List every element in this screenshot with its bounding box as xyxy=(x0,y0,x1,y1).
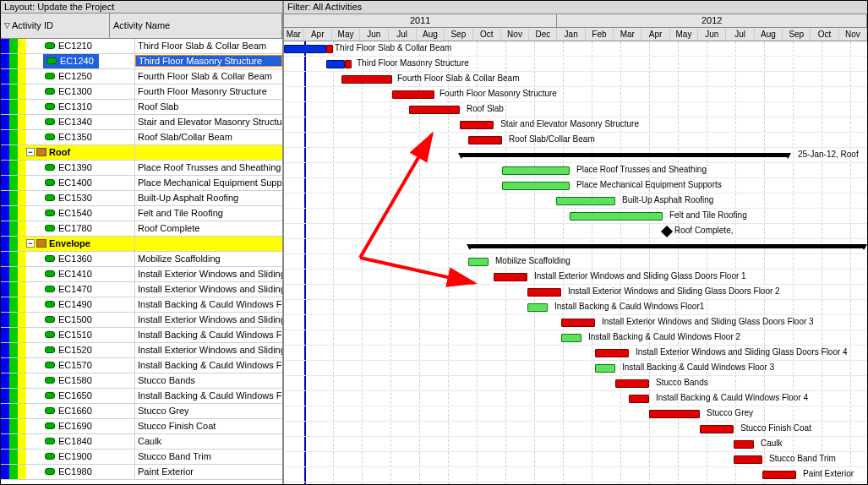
summary-bar[interactable] xyxy=(460,153,789,157)
gantt-row[interactable]: Third Floor Slab & Collar Beam xyxy=(284,41,867,57)
gantt-bar[interactable] xyxy=(284,45,326,53)
gantt-bar[interactable] xyxy=(561,319,595,327)
column-activity-name[interactable]: Activity Name xyxy=(110,14,282,38)
month-cell[interactable]: Feb xyxy=(586,28,614,41)
table-row[interactable]: EC1250Fourth Floor Slab & Collar Beam xyxy=(1,69,282,84)
gantt-row[interactable]: Stucco Bands xyxy=(284,376,867,391)
gantt-bar[interactable] xyxy=(460,121,494,129)
month-cell[interactable]: Jul xyxy=(726,28,754,41)
table-row[interactable]: EC1660Stucco Grey xyxy=(1,404,282,419)
month-cell[interactable]: Mar xyxy=(614,28,641,41)
gantt-body[interactable]: Third Floor Slab & Collar BeamThird Floo… xyxy=(284,41,867,484)
gantt-bar[interactable] xyxy=(341,75,392,84)
gantt-bar[interactable] xyxy=(570,212,663,221)
gantt-bar[interactable] xyxy=(734,440,754,449)
gantt-row[interactable]: Stucco Band Trim xyxy=(284,452,867,467)
gantt-row[interactable]: Roof Complete, xyxy=(284,224,867,239)
table-row[interactable]: EC1650Install Backing & Cauld Windows Fl… xyxy=(1,389,282,404)
table-row[interactable]: EC1340Stair and Elevator Masonry Structu… xyxy=(1,115,282,130)
gantt-row[interactable]: Paint Exterior xyxy=(284,467,867,482)
table-row[interactable]: EC1510Install Backing & Cauld Windows Fl… xyxy=(1,328,282,343)
gantt-row[interactable]: Stucco Grey xyxy=(284,406,867,422)
table-row[interactable]: EC1360Mobilize Scaffolding xyxy=(1,252,282,267)
gantt-bar[interactable] xyxy=(345,60,352,68)
month-cell[interactable]: Aug xyxy=(755,28,783,41)
group-row[interactable]: −Envelope xyxy=(1,237,282,252)
gantt-bar[interactable] xyxy=(502,166,570,175)
table-row[interactable]: EC1520Install Exterior Windows and Slidi… xyxy=(1,343,282,358)
gantt-row[interactable]: Built-Up Asphalt Roofing xyxy=(284,193,867,209)
table-row[interactable]: EC1580Stucco Bands xyxy=(1,373,282,389)
gantt-row[interactable]: 03 xyxy=(284,239,867,254)
month-cell[interactable]: Nov xyxy=(501,28,529,41)
table-row[interactable]: EC1690Stucco Finish Coat xyxy=(1,419,282,434)
gantt-bar[interactable] xyxy=(649,410,700,418)
gantt-bar[interactable] xyxy=(561,334,581,342)
table-row[interactable]: EC1540Felt and Tile Roofing xyxy=(1,206,282,221)
month-cell[interactable]: Oct xyxy=(811,28,838,41)
summary-bar[interactable] xyxy=(468,244,865,248)
gantt-bar[interactable] xyxy=(556,197,615,205)
table-row[interactable]: EC1840Caulk xyxy=(1,434,282,450)
table-row[interactable]: EC1570Install Backing & Cauld Windows Fl… xyxy=(1,358,282,373)
gantt-row[interactable]: Roof Slab xyxy=(284,102,867,117)
gantt-row[interactable]: Stair and Elevator Masonry Structure xyxy=(284,117,867,133)
month-cell[interactable]: Mar xyxy=(284,28,304,41)
gantt-bar[interactable] xyxy=(409,106,460,114)
table-row[interactable]: EC1500Install Exterior Windows and Slidi… xyxy=(1,313,282,328)
gantt-bar[interactable] xyxy=(326,45,333,53)
month-cell[interactable]: May xyxy=(332,28,360,41)
table-row[interactable]: EC1350Roof Slab/Collar Beam xyxy=(1,130,282,145)
gantt-bar[interactable] xyxy=(700,425,734,433)
month-cell[interactable]: Jan xyxy=(557,28,585,41)
table-row[interactable]: EC1400Place Mechanical Equipment Support xyxy=(1,176,282,191)
gantt-row[interactable]: Place Mechanical Equipment Supports xyxy=(284,178,867,193)
milestone-icon[interactable] xyxy=(661,226,673,237)
gantt-row[interactable]: Felt and Tile Roofing xyxy=(284,209,867,224)
table-row[interactable]: EC1780Roof Complete xyxy=(1,221,282,237)
group-row[interactable]: −Roof xyxy=(1,145,282,161)
gantt-row[interactable]: Install Backing & Cauld Windows Floor1 xyxy=(284,300,867,315)
month-cell[interactable]: Jun xyxy=(360,28,388,41)
gantt-row[interactable]: Mobilize Scaffolding xyxy=(284,254,867,270)
column-activity-id[interactable]: ▽ Activity ID xyxy=(1,14,110,38)
table-row[interactable]: EC1410Install Exterior Windows and Slidi… xyxy=(1,267,282,282)
month-cell[interactable]: Apr xyxy=(641,28,669,41)
gantt-bar[interactable] xyxy=(734,455,762,464)
table-row[interactable]: EC1470Install Exterior Windows and Slidi… xyxy=(1,282,282,297)
table-row[interactable]: EC1390Place Roof Trusses and Sheathing xyxy=(1,161,282,176)
gantt-row[interactable]: Fourth Floor Slab & Collar Beam xyxy=(284,72,867,87)
collapse-icon[interactable]: − xyxy=(26,239,35,248)
month-cell[interactable]: May xyxy=(670,28,698,41)
gantt-row[interactable]: Install Exterior Windows and Sliding Gla… xyxy=(284,346,867,361)
table-row[interactable]: EC1210Third Floor Slab & Collar Beam xyxy=(1,39,282,54)
gantt-row[interactable]: Install Exterior Windows and Sliding Gla… xyxy=(284,270,867,285)
month-cell[interactable]: Nov xyxy=(839,28,867,41)
table-row[interactable]: EC1310Roof Slab xyxy=(1,100,282,115)
month-cell[interactable]: Sep xyxy=(783,28,811,41)
gantt-bar[interactable] xyxy=(468,258,489,266)
month-cell[interactable]: Jul xyxy=(389,28,417,41)
gantt-row[interactable]: 25-Jan-12, Roof xyxy=(284,148,867,163)
gantt-bar[interactable] xyxy=(527,288,561,297)
gantt-row[interactable]: Fourth Floor Masonry Structure xyxy=(284,87,867,102)
gantt-row[interactable]: Install Exterior Windows and Sliding Gla… xyxy=(284,315,867,330)
collapse-icon[interactable]: − xyxy=(26,148,35,156)
gantt-row[interactable]: Caulk xyxy=(284,437,867,452)
gantt-bar[interactable] xyxy=(615,379,649,388)
gantt-bar[interactable] xyxy=(629,395,649,403)
gantt-row[interactable]: Install Backing & Cauld Windows Floor 4 xyxy=(284,391,867,406)
month-cell[interactable]: Sep xyxy=(445,28,472,41)
table-row[interactable]: EC1240Third Floor Masonry Structure xyxy=(1,54,282,69)
gantt-bar[interactable] xyxy=(326,60,345,68)
gantt-bar[interactable] xyxy=(468,136,502,144)
gantt-bar[interactable] xyxy=(595,349,629,357)
table-row[interactable]: EC1300Fourth Floor Masonry Structure xyxy=(1,84,282,100)
gantt-row[interactable]: Install Exterior Windows and Sliding Gla… xyxy=(284,285,867,300)
gantt-bar[interactable] xyxy=(392,90,434,99)
gantt-row[interactable]: Third Floor Masonry Structure xyxy=(284,57,867,72)
gantt-bar[interactable] xyxy=(502,182,570,190)
table-row[interactable]: EC1530Built-Up Asphalt Roofing xyxy=(1,191,282,206)
month-cell[interactable]: Dec xyxy=(529,28,557,41)
gantt-row[interactable]: Roof Slab/Collar Beam xyxy=(284,133,867,148)
